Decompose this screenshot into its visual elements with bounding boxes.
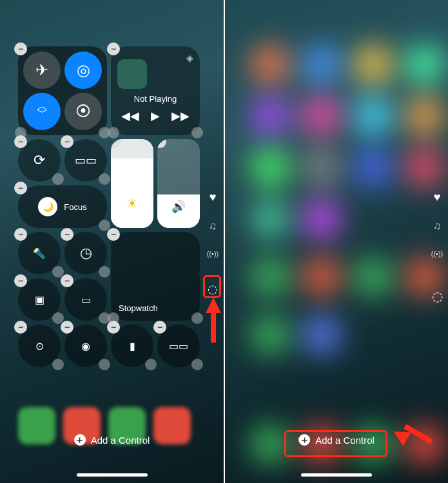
plus-icon: ＋: [74, 434, 86, 446]
remove-icon[interactable]: −: [61, 228, 73, 241]
volume-icon: 🔊: [171, 200, 186, 214]
remove-icon[interactable]: −: [61, 135, 73, 148]
play-button[interactable]: ▶: [151, 109, 160, 123]
blurred-background: [225, 0, 448, 483]
airdrop-icon: ◎: [77, 61, 90, 79]
mirror-icon: ▭▭: [169, 340, 188, 352]
remove-icon[interactable]: −: [14, 274, 27, 287]
brightness-icon: ☀: [126, 196, 138, 211]
timer-button[interactable]: − ◷: [64, 232, 107, 274]
wifi-button[interactable]: ⌔: [23, 93, 61, 130]
flashlight-button[interactable]: − 🔦: [18, 232, 61, 274]
focus-button[interactable]: − 🌙 Focus: [18, 185, 107, 228]
rotation-lock-icon: ⟳: [34, 152, 45, 169]
page-indicator-signal[interactable]: ((•)): [430, 250, 444, 258]
privacy-button[interactable]: − ⊙: [18, 325, 61, 367]
screen-mirroring-button-2[interactable]: − ▭▭: [157, 325, 200, 367]
remove-icon[interactable]: −: [61, 274, 73, 287]
remove-icon[interactable]: −: [14, 182, 27, 194]
control-center-empty-page-panel: ♥ ♫ ((•)) ◌ ＋ Add a Control: [225, 0, 448, 483]
timer-icon: ◷: [80, 245, 92, 261]
album-art: [117, 59, 147, 89]
remote-icon: ▮: [130, 340, 135, 352]
battery-icon: ▭: [81, 294, 91, 306]
resize-handle[interactable]: [145, 359, 157, 370]
annotation-arrowhead: [206, 298, 221, 313]
remove-icon[interactable]: −: [111, 139, 120, 148]
resize-handle[interactable]: [52, 173, 64, 185]
media-module[interactable]: − ◈ Not Playing ◀◀ ▶ ▶▶: [111, 46, 200, 135]
screen-record-button[interactable]: − ◉: [64, 325, 107, 367]
airdrop-button[interactable]: ◎: [64, 52, 102, 89]
control-center-edit-panel: − ✈ ◎ ⌔ ⦿ − ◈ Not Playing ◀◀ ▶ ▶▶: [0, 0, 225, 483]
code-scanner-button[interactable]: − ▣: [18, 278, 61, 321]
page-indicator-signal[interactable]: ((•)): [206, 250, 220, 258]
record-icon: ◉: [81, 340, 90, 352]
annotation-arrow: [211, 309, 216, 343]
remove-icon[interactable]: −: [61, 321, 73, 334]
remove-icon[interactable]: −: [14, 321, 27, 334]
resize-handle[interactable]: [108, 127, 119, 138]
apple-tv-remote-button[interactable]: − ▮: [111, 325, 153, 367]
next-button[interactable]: ▶▶: [171, 109, 190, 123]
previous-button[interactable]: ◀◀: [121, 109, 139, 123]
remove-icon[interactable]: −: [157, 139, 166, 148]
add-control-button[interactable]: ＋ Add a Control: [64, 428, 161, 452]
resize-handle[interactable]: [99, 173, 110, 185]
page-indicator-heart[interactable]: ♥: [430, 191, 444, 204]
remove-icon[interactable]: −: [107, 321, 120, 334]
resize-handle[interactable]: [191, 127, 203, 138]
page-indicator-ring[interactable]: ◌: [430, 289, 444, 304]
bluetooth-cellular-button[interactable]: ⦿: [64, 93, 102, 130]
controls-grid: − ✈ ◎ ⌔ ⦿ − ◈ Not Playing ◀◀ ▶ ▶▶: [18, 46, 200, 460]
remove-icon[interactable]: −: [107, 43, 120, 55]
stopwatch-label: Stopwatch: [119, 303, 158, 313]
screen-mirroring-icon: ▭▭: [75, 153, 97, 167]
low-power-button[interactable]: − ▭: [64, 278, 107, 321]
remove-icon[interactable]: −: [107, 228, 120, 241]
stopwatch-module[interactable]: − Stopwatch: [111, 232, 200, 321]
connectivity-module[interactable]: − ✈ ◎ ⌔ ⦿: [18, 46, 107, 135]
annotation-highlight-box: [203, 275, 221, 298]
home-indicator[interactable]: [77, 473, 148, 477]
resize-handle[interactable]: [99, 359, 110, 370]
remove-icon[interactable]: −: [14, 228, 27, 241]
resize-handle[interactable]: [191, 312, 203, 324]
bluetooth-icon: ⦿: [75, 102, 91, 120]
resize-handle[interactable]: [191, 359, 203, 370]
resize-handle[interactable]: [99, 266, 110, 278]
focus-label: Focus: [64, 202, 86, 212]
home-indicator[interactable]: [301, 473, 372, 477]
airplane-icon: ✈: [35, 61, 48, 79]
remove-icon[interactable]: −: [153, 321, 166, 334]
media-status: Not Playing: [134, 94, 177, 104]
rotation-lock-button[interactable]: − ⟳: [18, 139, 61, 182]
page-indicator-music[interactable]: ♫: [206, 220, 220, 232]
wifi-icon: ⌔: [37, 102, 46, 120]
remove-icon[interactable]: −: [14, 43, 27, 55]
page-indicator-music[interactable]: ♫: [430, 220, 444, 232]
page-indicator-heart[interactable]: ♥: [206, 191, 220, 204]
brightness-slider[interactable]: − ☀: [111, 139, 153, 228]
airplane-mode-button[interactable]: ✈: [23, 52, 61, 89]
annotation-highlight-box: [284, 430, 387, 457]
screen-mirroring-button[interactable]: − ▭▭: [64, 139, 107, 182]
flashlight-icon: 🔦: [33, 247, 46, 260]
scanner-icon: ▣: [35, 294, 44, 306]
privacy-icon: ⊙: [35, 340, 44, 352]
airplay-icon[interactable]: ◈: [186, 53, 193, 63]
remove-icon[interactable]: −: [14, 135, 27, 148]
volume-slider[interactable]: − 🔊: [157, 139, 200, 228]
resize-handle[interactable]: [52, 359, 64, 370]
add-control-label: Add a Control: [91, 435, 150, 446]
